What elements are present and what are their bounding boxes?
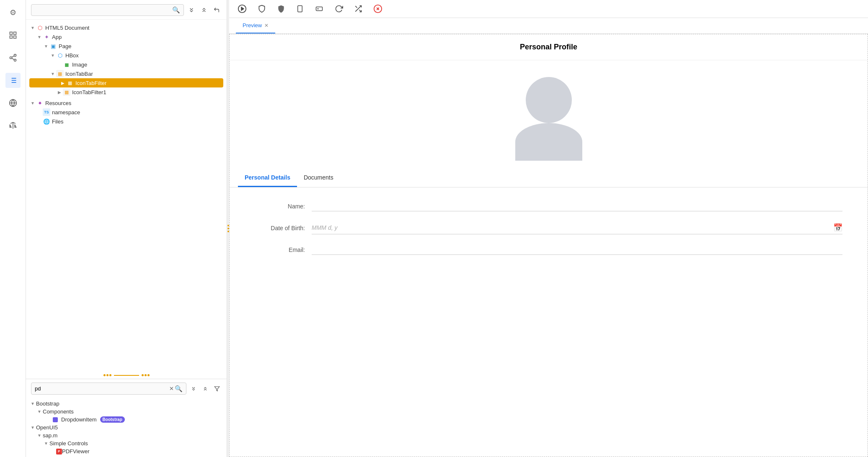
- svg-rect-3: [13, 36, 16, 39]
- form-label-email: Email:: [255, 246, 305, 253]
- tree-label-icontabfilter1: IconTabFilter1: [72, 89, 106, 95]
- tab-preview-label: Preview: [243, 22, 262, 28]
- tree-arrow-hbox: ▼: [49, 53, 56, 58]
- tree-arrow-page: ▼: [43, 44, 49, 49]
- tree-item-icontabbar[interactable]: ▼ ▦ IconTabBar: [26, 69, 227, 78]
- balance-icon[interactable]: [5, 118, 21, 133]
- divider-dots: [26, 372, 227, 379]
- mobile-icon[interactable]: [294, 3, 305, 15]
- svg-rect-0: [10, 32, 12, 35]
- lib-item-sapm[interactable]: ▼ sap.m: [26, 431, 227, 439]
- tree-icon-resources: ✦: [36, 99, 44, 107]
- tree-area: ▼ ⬡ HTML5 Document ▼ ✦ App ▼ ▣ Page ▼ ⬡ …: [26, 20, 227, 372]
- tree-item-hbox[interactable]: ▼ ⬡ HBox: [26, 51, 227, 60]
- tree-item-app[interactable]: ▼ ✦ App: [26, 32, 227, 41]
- clear-search-button[interactable]: ✕: [168, 385, 175, 393]
- tree-icon-hbox: ⬡: [56, 51, 64, 59]
- tree-arrow-app: ▼: [36, 35, 43, 39]
- preview-toolbar: [229, 0, 868, 18]
- tree-arrow-icontabfilter1: ▶: [56, 90, 63, 95]
- tab-preview[interactable]: Preview ✕: [236, 18, 275, 33]
- lib-label-components: Components: [43, 408, 74, 415]
- shuffle-icon[interactable]: [352, 3, 364, 15]
- tree-label-image: Image: [72, 62, 87, 68]
- svg-line-30: [355, 6, 357, 8]
- library-tree: ▼ Bootstrap ▼ Components DropdownItem Bo…: [26, 398, 227, 457]
- lib-expand-button[interactable]: [201, 384, 210, 393]
- calendar-icon[interactable]: 📅: [833, 223, 842, 232]
- svg-marker-20: [241, 7, 244, 10]
- tree-icon-page: ▣: [49, 42, 57, 50]
- top-search-icon[interactable]: 🔍: [172, 6, 180, 14]
- avatar-section: [230, 60, 868, 169]
- lib-filter-button[interactable]: [212, 384, 222, 393]
- list-icon[interactable]: [5, 73, 21, 88]
- settings-icon[interactable]: ⚙: [5, 5, 21, 20]
- lib-icon-pdfviewer: P: [56, 449, 62, 454]
- top-search-input-wrap[interactable]: 🔍: [31, 4, 184, 16]
- lib-item-pdfviewer[interactable]: P PDFViewer: [26, 447, 227, 455]
- bottom-search-icon[interactable]: 🔍: [175, 385, 183, 393]
- lib-collapse-button[interactable]: [189, 384, 198, 393]
- shield-icon-1[interactable]: [256, 3, 268, 15]
- email-input[interactable]: [312, 246, 842, 253]
- form-input-email[interactable]: [312, 244, 842, 255]
- tree-item-resources[interactable]: ▼ ✦ Resources: [26, 98, 227, 108]
- lib-item-bootstrap[interactable]: ▼ Bootstrap: [26, 400, 227, 408]
- tree-icon-namespace: TS: [43, 108, 50, 116]
- tree-item-image[interactable]: ◼ Image: [26, 60, 227, 69]
- play-button[interactable]: [236, 3, 248, 15]
- tree-item-page[interactable]: ▼ ▣ Page: [26, 41, 227, 51]
- preview-content: Personal Profile Personal Details Docume…: [229, 34, 868, 457]
- close-circle-icon[interactable]: [372, 3, 384, 15]
- tree-item-files[interactable]: 🌐 Files: [26, 117, 227, 126]
- tab-bar: Preview ✕: [229, 18, 868, 34]
- svg-line-8: [12, 56, 14, 57]
- tree-item-icontabfilter[interactable]: ▶ ▦ IconTabFilter: [29, 78, 223, 87]
- form-label-dob: Date of Birth:: [255, 225, 305, 231]
- svg-rect-1: [13, 32, 16, 35]
- layers-icon[interactable]: [5, 28, 21, 43]
- avatar-body: [515, 123, 582, 161]
- preview-tab-documents[interactable]: Documents: [297, 169, 340, 187]
- bottom-search-input-wrap[interactable]: pd ✕ 🔍: [31, 383, 186, 395]
- refresh-icon[interactable]: [333, 3, 345, 15]
- tree-item-html5doc[interactable]: ▼ ⬡ HTML5 Document: [26, 23, 227, 32]
- preview-inner: Personal Profile Personal Details Docume…: [229, 34, 868, 457]
- name-input[interactable]: [312, 203, 842, 209]
- globe-icon[interactable]: [5, 95, 21, 110]
- bottom-search-area: pd ✕ 🔍: [26, 379, 227, 398]
- svg-point-5: [10, 57, 12, 59]
- lib-item-simplecontrols[interactable]: ▼ Simple Controls: [26, 439, 227, 447]
- undo-button[interactable]: [212, 5, 222, 15]
- tree-label-app: App: [52, 34, 62, 40]
- avatar-wrapper: [515, 77, 582, 161]
- top-search-input[interactable]: [35, 7, 172, 13]
- form-row-name: Name:: [255, 196, 842, 216]
- form-input-name[interactable]: [312, 201, 842, 211]
- right-panel: Preview ✕ Personal Profile: [229, 0, 868, 457]
- preview-tab-personal-details[interactable]: Personal Details: [238, 169, 297, 187]
- shield-icon-2[interactable]: [275, 3, 287, 15]
- tree-item-icontabfilter1[interactable]: ▶ ▦ IconTabFilter1: [26, 87, 227, 97]
- tree-icon-image: ◼: [63, 61, 70, 68]
- tree-arrow-html5doc: ▼: [29, 26, 36, 30]
- bottom-search-input[interactable]: pd: [35, 385, 168, 392]
- tree-icon-files: 🌐: [43, 118, 50, 125]
- form-input-dob[interactable]: MMM d, y 📅: [312, 221, 842, 234]
- expand-all-button[interactable]: [199, 5, 209, 15]
- tab-close-preview[interactable]: ✕: [264, 23, 269, 28]
- svg-rect-27: [316, 7, 323, 11]
- gamepad-icon[interactable]: [313, 3, 326, 14]
- lib-item-components[interactable]: ▼ Components: [26, 408, 227, 416]
- share-icon[interactable]: [5, 50, 21, 65]
- svg-rect-2: [10, 36, 12, 39]
- svg-line-7: [12, 58, 14, 59]
- tree-item-namespace[interactable]: TS namespace: [26, 108, 227, 117]
- lib-item-dropdownitem[interactable]: DropdownItem Bootstrap: [26, 416, 227, 424]
- lib-label-simplecontrols: Simple Controls: [49, 440, 88, 447]
- collapse-all-button[interactable]: [186, 5, 196, 15]
- lib-label-sapm: sap.m: [43, 432, 57, 439]
- form-row-email: Email:: [255, 239, 842, 260]
- lib-item-openui5[interactable]: ▼ OpenUI5: [26, 424, 227, 431]
